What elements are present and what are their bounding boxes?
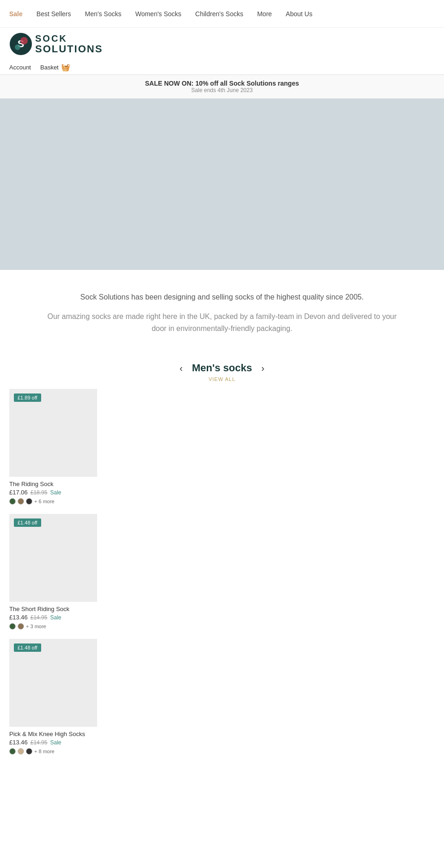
mens-section-title: Men's socks bbox=[192, 362, 252, 374]
sale-tag: Sale bbox=[50, 739, 61, 746]
more-swatches-label: + 8 more bbox=[34, 749, 55, 754]
svg-point-2 bbox=[20, 37, 28, 44]
basket-icon: 🧺 bbox=[61, 63, 70, 72]
discount-badge: £1.48 off bbox=[14, 518, 41, 527]
sale-tag: Sale bbox=[50, 614, 61, 621]
product-prices: £13.46 £14.95 Sale bbox=[9, 739, 97, 746]
product-name: Pick & Mix Knee High Socks bbox=[9, 731, 97, 737]
product-image: £1.89 off bbox=[9, 389, 97, 477]
account-link[interactable]: Account bbox=[9, 64, 31, 71]
sale-tag: Sale bbox=[50, 489, 61, 496]
svg-point-3 bbox=[15, 44, 20, 50]
sale-banner: SALE NOW ON: 10% off all Sock Solutions … bbox=[0, 75, 444, 99]
price-current: £17.06 bbox=[9, 489, 28, 496]
nav-womens-socks[interactable]: Women's Socks bbox=[135, 10, 181, 18]
top-nav: Sale Best Sellers Men's Socks Women's So… bbox=[0, 0, 444, 28]
logo-icon: S bbox=[9, 32, 32, 56]
product-prices: £13.46 £14.95 Sale bbox=[9, 614, 97, 621]
sale-banner-main: SALE NOW ON: 10% off all Sock Solutions … bbox=[5, 80, 439, 87]
product-card[interactable]: £1.89 off The Riding Sock £17.06 £18.95 … bbox=[9, 389, 97, 505]
logo-text: SOCK SOLUTIONS bbox=[35, 33, 103, 55]
color-swatch[interactable] bbox=[9, 623, 16, 630]
nav-sale[interactable]: Sale bbox=[9, 10, 23, 18]
products-list: £1.89 off The Riding Sock £17.06 £18.95 … bbox=[0, 389, 444, 755]
price-current: £13.46 bbox=[9, 739, 28, 746]
product-card[interactable]: £1.48 off Pick & Mix Knee High Socks £13… bbox=[9, 639, 97, 755]
product-image: £1.48 off bbox=[9, 514, 97, 602]
view-all-link[interactable]: VIEW ALL bbox=[0, 376, 444, 382]
discount-badge: £1.89 off bbox=[14, 393, 41, 402]
prev-arrow-button[interactable]: ‹ bbox=[179, 363, 183, 374]
color-swatch[interactable] bbox=[9, 748, 16, 755]
color-swatch[interactable] bbox=[9, 498, 16, 505]
product-name: The Riding Sock bbox=[9, 481, 97, 487]
discount-badge: £1.48 off bbox=[14, 643, 41, 652]
nav-about-us[interactable]: About Us bbox=[286, 10, 313, 18]
color-swatch[interactable] bbox=[18, 623, 24, 630]
next-arrow-button[interactable]: › bbox=[261, 363, 265, 374]
color-swatch[interactable] bbox=[18, 498, 24, 505]
hero-image bbox=[0, 99, 444, 270]
color-swatch[interactable] bbox=[18, 748, 24, 755]
account-bar: Account Basket 🧺 bbox=[0, 60, 444, 75]
about-description: Our amazing socks are made right here in… bbox=[46, 311, 398, 334]
nav-childrens-socks[interactable]: Children's Socks bbox=[195, 10, 243, 18]
product-card[interactable]: £1.48 off The Short Riding Sock £13.46 £… bbox=[9, 514, 97, 630]
nav-best-sellers[interactable]: Best Sellers bbox=[37, 10, 71, 18]
logo-bar: S SOCK SOLUTIONS bbox=[0, 28, 444, 60]
color-swatch[interactable] bbox=[26, 748, 32, 755]
nav-mens-socks[interactable]: Men's Socks bbox=[85, 10, 122, 18]
sale-banner-sub: Sale ends 4th June 2023 bbox=[5, 87, 439, 94]
mens-section-header: ‹ Men's socks › bbox=[0, 348, 444, 376]
color-swatches: + 8 more bbox=[9, 748, 97, 755]
product-prices: £17.06 £18.95 Sale bbox=[9, 489, 97, 496]
basket-label: Basket bbox=[40, 64, 59, 71]
price-current: £13.46 bbox=[9, 614, 28, 621]
price-original: £18.95 bbox=[31, 489, 48, 496]
product-name: The Short Riding Sock bbox=[9, 606, 97, 612]
about-tagline: Sock Solutions has been designing and se… bbox=[46, 293, 398, 301]
nav-more[interactable]: More bbox=[257, 10, 272, 18]
color-swatches: + 6 more bbox=[9, 498, 97, 505]
more-swatches-label: + 3 more bbox=[26, 624, 46, 629]
basket-link[interactable]: Basket 🧺 bbox=[40, 63, 70, 72]
price-original: £14.95 bbox=[31, 614, 48, 621]
product-image: £1.48 off bbox=[9, 639, 97, 727]
color-swatches: + 3 more bbox=[9, 623, 97, 630]
color-swatch[interactable] bbox=[26, 498, 32, 505]
price-original: £14.95 bbox=[31, 739, 48, 746]
more-swatches-label: + 6 more bbox=[34, 499, 55, 504]
about-section: Sock Solutions has been designing and se… bbox=[0, 270, 444, 348]
